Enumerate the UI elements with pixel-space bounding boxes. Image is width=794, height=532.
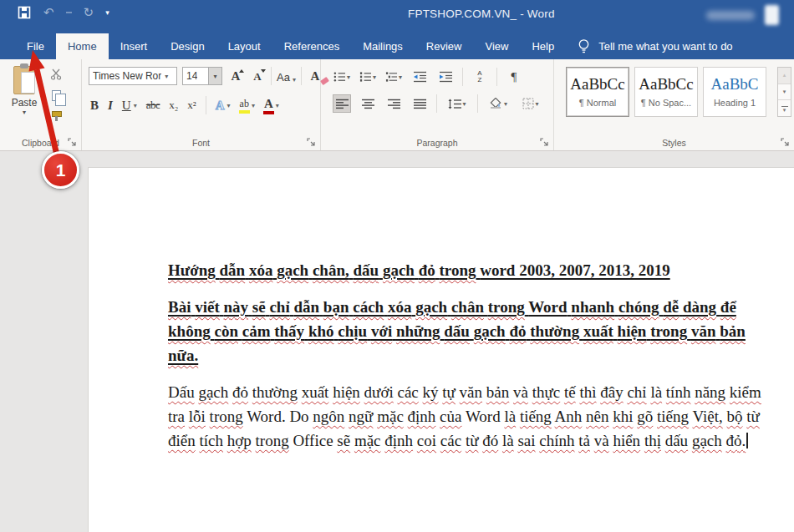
underline-button[interactable]: U▾ — [122, 99, 137, 113]
misspelled-word[interactable]: dấu — [665, 432, 688, 449]
numbering-button[interactable]: ▾ — [359, 68, 377, 86]
misspelled-word[interactable]: viết — [195, 298, 220, 316]
text-effects-button[interactable]: A▾ — [216, 99, 231, 113]
font-color-button[interactable]: A▾ — [264, 97, 279, 114]
misspelled-word[interactable]: đỏ — [509, 322, 526, 340]
multilevel-list-button[interactable]: ▾ — [384, 68, 403, 86]
tab-layout[interactable]: Layout — [216, 33, 272, 59]
misspelled-word[interactable]: đó — [482, 432, 498, 449]
misspelled-word[interactable]: gạch — [474, 322, 506, 340]
misspelled-word[interactable]: dễ — [663, 298, 679, 316]
misspelled-word[interactable]: văn — [460, 383, 482, 401]
misspelled-word[interactable]: năng — [695, 383, 725, 401]
misspelled-word[interactable]: gạch — [198, 383, 228, 401]
misspelled-word[interactable]: cảm — [242, 322, 271, 340]
italic-button[interactable]: I — [108, 99, 113, 113]
misspelled-word[interactable]: dẫn — [293, 298, 319, 316]
misspelled-word[interactable]: coi — [417, 432, 436, 449]
misspelled-word[interactable]: đỏ — [419, 261, 435, 279]
misspelled-word[interactable]: thường — [252, 383, 298, 401]
font-size-dropdown[interactable]: ▾ — [209, 67, 222, 85]
misspelled-word[interactable]: và — [513, 383, 528, 401]
misspelled-word[interactable]: Bài — [168, 298, 191, 316]
misspelled-word[interactable]: để — [720, 298, 736, 316]
misspelled-word[interactable]: dưới — [364, 383, 394, 401]
sort-button[interactable]: A Z — [471, 68, 489, 86]
misspelled-word[interactable]: hiện — [618, 322, 647, 340]
tab-design[interactable]: Design — [159, 33, 216, 59]
misspelled-word[interactable]: những — [396, 322, 440, 340]
misspelled-word[interactable]: sai — [517, 432, 535, 449]
misspelled-word[interactable]: dẫn — [220, 261, 246, 279]
misspelled-word[interactable]: ngôn — [313, 408, 344, 425]
increase-indent-button[interactable] — [436, 68, 455, 86]
misspelled-word[interactable]: nhanh — [571, 298, 614, 316]
align-left-button[interactable] — [333, 94, 351, 113]
misspelled-word[interactable]: trong — [256, 432, 289, 449]
subscript-button[interactable]: x₂ — [169, 99, 178, 112]
misspelled-word[interactable]: cách — [353, 298, 384, 316]
tab-references[interactable]: References — [272, 33, 351, 59]
misspelled-word[interactable]: bản — [486, 383, 509, 401]
misspelled-word[interactable]: bạn — [323, 298, 349, 316]
misspelled-word[interactable]: nên — [586, 408, 608, 425]
document-paragraph[interactable]: Bài viết này sẽ chỉ dẫn bạn cách xóa gạc… — [168, 295, 778, 367]
misspelled-word[interactable]: hợp — [227, 432, 252, 449]
misspelled-word[interactable]: trong — [488, 298, 525, 316]
tab-insert[interactable]: Insert — [109, 33, 160, 59]
misspelled-word[interactable]: chóng — [618, 298, 659, 316]
strikethrough-button[interactable]: abc — [146, 99, 160, 112]
misspelled-word[interactable]: chân, — [313, 261, 349, 279]
justify-button[interactable] — [410, 94, 429, 113]
misspelled-word[interactable]: ngữ — [349, 408, 373, 425]
redo-button[interactable]: ↻ — [84, 5, 94, 20]
align-right-button[interactable] — [384, 94, 403, 113]
tab-view[interactable]: View — [473, 33, 520, 59]
misspelled-word[interactable]: thường — [530, 322, 579, 340]
misspelled-word[interactable]: bản — [720, 322, 746, 340]
styles-more-button[interactable]: ▾ — [778, 100, 791, 116]
style-no-spacing[interactable]: AaBbCc ¶ No Spac... — [634, 67, 698, 117]
show-hide-marks-button[interactable]: ¶ — [505, 68, 523, 86]
misspelled-word[interactable]: xóa — [388, 298, 412, 316]
document-paragraph[interactable]: Hướng dẫn xóa gạch chân, dấu gạch đỏ tro… — [168, 258, 778, 282]
misspelled-word[interactable]: của — [440, 408, 461, 425]
tab-mailings[interactable]: Mailings — [351, 33, 415, 59]
misspelled-word[interactable]: với — [371, 322, 392, 340]
misspelled-word[interactable]: thì — [579, 383, 596, 401]
style-normal[interactable]: AaBbCc ¶ Normal — [566, 67, 629, 117]
misspelled-word[interactable]: định — [384, 432, 413, 449]
misspelled-word[interactable]: sẽ — [252, 298, 266, 316]
misspelled-word[interactable]: Anh — [555, 408, 583, 425]
clipboard-dialog-launcher[interactable] — [68, 138, 77, 147]
misspelled-word[interactable]: chỉ — [269, 298, 289, 316]
misspelled-word[interactable]: khó — [308, 322, 334, 340]
misspelled-word[interactable]: điển — [168, 432, 196, 449]
misspelled-word[interactable]: đỏ. — [726, 432, 746, 449]
misspelled-word[interactable]: mặc — [354, 432, 381, 449]
misspelled-word[interactable]: tích — [199, 432, 223, 449]
highlight-button[interactable]: ab▾ — [240, 98, 255, 114]
misspelled-word[interactable]: gạch — [692, 432, 722, 449]
misspelled-word[interactable]: văn — [691, 322, 716, 340]
paste-dropdown[interactable]: ▾ — [7, 109, 42, 116]
misspelled-word[interactable]: hiện — [333, 383, 360, 401]
misspelled-word[interactable]: các — [397, 383, 418, 401]
misspelled-word[interactable]: dấu — [354, 261, 379, 279]
misspelled-word[interactable]: xuất — [583, 322, 613, 340]
misspelled-word[interactable]: thị — [644, 432, 661, 449]
misspelled-word[interactable]: chính — [539, 432, 574, 449]
misspelled-word[interactable]: ký — [423, 383, 439, 401]
misspelled-word[interactable]: là — [502, 432, 514, 449]
tab-file[interactable]: File — [15, 33, 56, 59]
misspelled-word[interactable]: là — [650, 383, 662, 401]
font-dialog-launcher[interactable] — [307, 138, 316, 147]
line-spacing-button[interactable]: ▾ — [445, 94, 470, 113]
misspelled-word[interactable]: bộ — [727, 408, 743, 425]
misspelled-word[interactable]: từ — [466, 432, 479, 449]
font-name-combo[interactable]: Times New Ror ▾ — [89, 67, 177, 85]
misspelled-word[interactable]: còn — [214, 322, 238, 340]
misspelled-word[interactable]: đỏ — [232, 383, 248, 401]
misspelled-word[interactable]: thực — [532, 383, 561, 401]
tab-home[interactable]: Home — [56, 33, 109, 59]
